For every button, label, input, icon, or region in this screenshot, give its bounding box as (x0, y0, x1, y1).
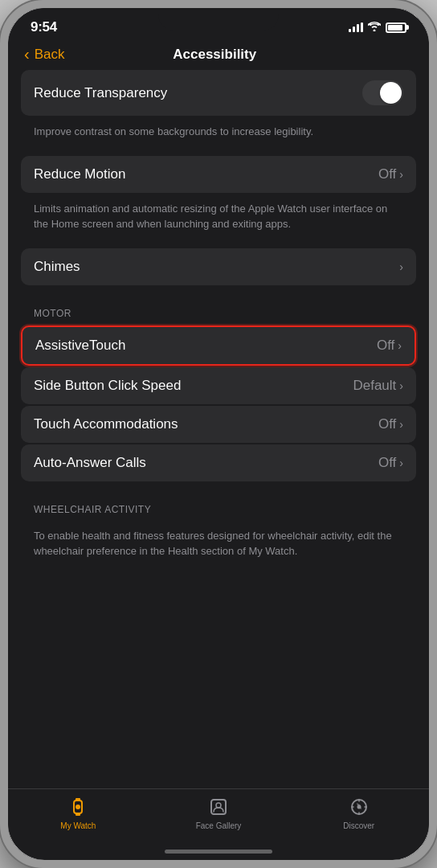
reduce-transparency-description: Improve contrast on some backgrounds to … (21, 117, 416, 149)
assistive-touch-row[interactable]: AssistiveTouch Off › (21, 326, 416, 366)
reduce-motion-group: Reduce Motion Off › Limits animation and… (21, 156, 416, 242)
side-button-value: Default (353, 378, 396, 394)
chimes-group: Chimes › (21, 248, 416, 285)
touch-accommodations-row[interactable]: Touch Accommodations Off › (21, 406, 416, 443)
assistive-touch-label: AssistiveTouch (35, 338, 125, 354)
my-watch-tab-label: My Watch (60, 821, 96, 830)
tab-face-gallery[interactable]: Face Gallery (149, 796, 289, 830)
side-button-chevron-icon: › (399, 379, 403, 392)
face-gallery-icon (207, 796, 230, 818)
side-button-click-speed-row[interactable]: Side Button Click Speed Default › (21, 367, 416, 404)
screen: 9:54 ‹ (8, 8, 429, 860)
reduce-motion-chevron-icon: › (399, 168, 403, 181)
auto-answer-calls-row[interactable]: Auto-Answer Calls Off › (21, 444, 416, 481)
reduce-transparency-toggle[interactable] (362, 80, 403, 105)
reduce-motion-value: Off (378, 166, 396, 182)
toggle-knob (380, 82, 402, 104)
tab-my-watch[interactable]: My Watch (8, 796, 149, 830)
back-label[interactable]: Back (35, 47, 65, 63)
wifi-icon (368, 21, 381, 34)
back-chevron-icon: ‹ (24, 45, 30, 63)
touch-accommodations-value: Off (378, 416, 396, 432)
chimes-label: Chimes (34, 259, 80, 275)
notch (158, 8, 279, 31)
chimes-chevron-icon: › (399, 260, 403, 273)
motor-section-header: MOTOR (21, 292, 416, 326)
auto-answer-label: Auto-Answer Calls (34, 455, 146, 471)
svg-rect-1 (76, 798, 80, 801)
battery-fill (388, 25, 402, 31)
auto-answer-value: Off (378, 455, 396, 471)
auto-answer-chevron-icon: › (399, 457, 403, 469)
battery-icon (386, 23, 406, 33)
tab-bar: My Watch Face Gallery (8, 788, 429, 846)
nav-bar: ‹ Back Accessibility (8, 42, 429, 70)
my-watch-icon (67, 796, 89, 818)
svg-rect-2 (76, 813, 80, 816)
touch-accommodations-right: Off › (378, 416, 403, 432)
touch-accommodations-label: Touch Accommodations (34, 416, 178, 432)
auto-answer-right: Off › (378, 455, 403, 471)
reduce-transparency-row[interactable]: Reduce Transparency (21, 70, 416, 116)
assistive-touch-chevron-icon: › (398, 339, 402, 352)
side-button-right: Default › (353, 378, 403, 394)
wheelchair-section-header: WHEELCHAIR ACTIVITY (21, 488, 416, 522)
face-gallery-tab-label: Face Gallery (196, 821, 242, 830)
wheelchair-description: To enable health and fitness features de… (21, 522, 416, 572)
status-icons (349, 21, 406, 34)
reduce-transparency-group: Reduce Transparency Improve contrast on … (21, 70, 416, 149)
assistive-touch-value: Off (377, 338, 394, 354)
chimes-row[interactable]: Chimes › (21, 248, 416, 285)
svg-point-5 (216, 803, 221, 808)
reduce-transparency-label: Reduce Transparency (34, 85, 167, 101)
nav-title: Accessibility (64, 47, 365, 63)
reduce-motion-right: Off › (378, 166, 403, 182)
reduce-motion-row[interactable]: Reduce Motion Off › (21, 156, 416, 193)
svg-point-3 (76, 805, 80, 809)
phone-frame: 9:54 ‹ (0, 0, 437, 868)
chimes-right: › (399, 260, 403, 273)
touch-accommodations-chevron-icon: › (399, 418, 403, 431)
motor-group: AssistiveTouch Off › Side Button Click S… (21, 326, 416, 481)
home-indicator (165, 850, 272, 854)
back-button[interactable]: ‹ Back (24, 45, 64, 63)
reduce-motion-label: Reduce Motion (34, 166, 125, 182)
reduce-motion-description: Limits animation and automatic resizing … (21, 194, 416, 242)
discover-tab-label: Discover (343, 821, 374, 830)
tab-discover[interactable]: Discover (288, 796, 429, 830)
discover-icon (348, 796, 370, 818)
content-area: Reduce Transparency Improve contrast on … (8, 70, 429, 788)
signal-bars-icon (349, 23, 363, 32)
side-button-label: Side Button Click Speed (34, 378, 181, 394)
status-time: 9:54 (31, 19, 57, 35)
assistive-touch-right: Off › (377, 338, 402, 354)
